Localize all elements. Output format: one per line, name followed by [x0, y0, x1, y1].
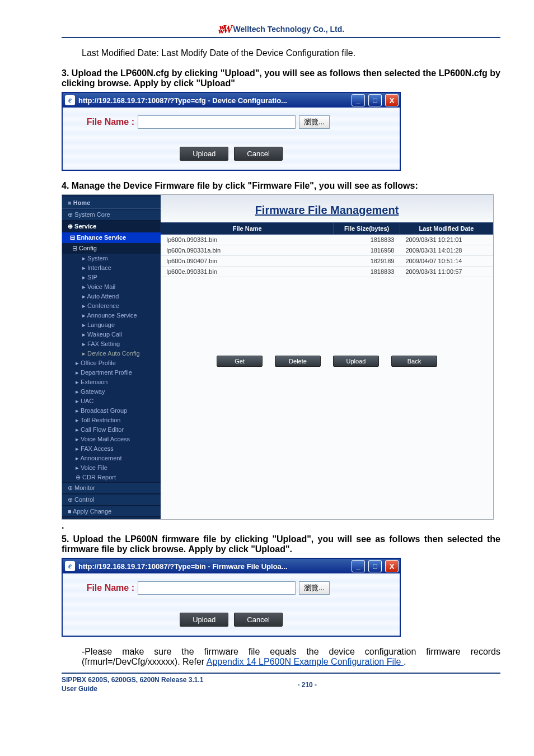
- sidebar-control[interactable]: Control: [62, 494, 161, 506]
- sidebar-item[interactable]: ▸ Announce Service: [62, 311, 161, 320]
- sidebar-item[interactable]: ▸ Wakeup Call: [62, 330, 161, 339]
- sidebar: Home System Core Service ⊟ Enhance Servi…: [62, 195, 161, 519]
- cell-file-name: lp600n.090407.bin: [161, 256, 334, 267]
- back-button[interactable]: Back: [391, 356, 437, 367]
- cell-file-size: 1829189: [334, 256, 400, 267]
- sidebar-item[interactable]: ▸ System: [62, 254, 161, 263]
- sidebar-item[interactable]: ▸ FAX Access: [62, 444, 161, 454]
- sidebar-monitor[interactable]: Monitor: [62, 482, 161, 494]
- browse-button[interactable]: 瀏覽...: [299, 581, 330, 595]
- sidebar-system-core[interactable]: System Core: [62, 209, 161, 221]
- table-row[interactable]: lp600n.090407.bin18291892009/04/07 10:51…: [161, 256, 493, 267]
- last-modified-text: Last Modified Date: Last Modify Date of …: [82, 48, 500, 58]
- footer-line1: SIPPBX 6200S, 6200GS, 6200N Release 3.1.…: [62, 676, 204, 685]
- cell-file-name: lp600n.090331.bin: [161, 235, 334, 245]
- sidebar-item[interactable]: ▸ Conference: [62, 301, 161, 311]
- sidebar-home[interactable]: Home: [62, 197, 161, 209]
- upload-button[interactable]: Upload: [180, 613, 228, 627]
- step-5-text: 5. Upload the LP600N firmware file by cl…: [62, 534, 500, 554]
- firmware-note: -Please make sure the firmware file equa…: [82, 647, 500, 667]
- company-name: Welltech Technology Co., Ltd.: [233, 25, 345, 34]
- minimize-button[interactable]: _: [352, 560, 365, 572]
- get-button[interactable]: Get: [217, 356, 263, 367]
- step-4-text: 4. Manage the Device Firmware file by cl…: [62, 181, 500, 191]
- cell-date: 2009/03/31 11:00:57: [400, 267, 493, 277]
- cell-file-size: 1818833: [334, 235, 400, 245]
- upload-button[interactable]: Upload: [333, 356, 379, 367]
- close-button[interactable]: X: [385, 94, 399, 106]
- cell-file-size: 1816958: [334, 245, 400, 256]
- minimize-button[interactable]: _: [352, 94, 365, 106]
- dialog-title: http://192.168.19.17:10087/?Type=cfg - D…: [78, 96, 348, 105]
- close-button[interactable]: X: [385, 560, 399, 572]
- cell-date: 2009/03/31 10:21:01: [400, 235, 493, 245]
- page-footer: SIPPBX 6200S, 6200GS, 6200N Release 3.1.…: [62, 673, 500, 693]
- cancel-button[interactable]: Cancel: [234, 147, 282, 161]
- appendix-link[interactable]: Appendix 14 LP600N Example Configuration…: [207, 657, 404, 666]
- browse-button[interactable]: 瀏覽...: [299, 115, 330, 129]
- sidebar-enhance-service[interactable]: ⊟ Enhance Service: [62, 232, 161, 243]
- file-name-input[interactable]: [138, 115, 296, 129]
- sidebar-item[interactable]: ▸ SIP: [62, 273, 161, 282]
- sidebar-item[interactable]: ▸ Device Auto Config: [62, 349, 161, 358]
- note-suffix: .: [404, 657, 406, 666]
- sidebar-item[interactable]: ▸ Call Flow Editor: [62, 425, 161, 435]
- sidebar-service[interactable]: Service: [62, 221, 161, 232]
- sidebar-item[interactable]: ▸ Announcement: [62, 454, 161, 463]
- table-row[interactable]: lp600n.090331.bin18188332009/03/31 10:21…: [161, 235, 493, 245]
- firmware-page-title: Firmware File Management: [161, 195, 493, 222]
- sidebar-item[interactable]: ▸ Interface: [62, 263, 161, 273]
- footer-page-number: - 210 -: [297, 681, 317, 689]
- sidebar-apply-change[interactable]: Apply Change: [62, 506, 161, 517]
- dialog-title: http://192.168.19.17:10087/?Type=bin - F…: [78, 562, 348, 571]
- firmware-management-screenshot: Home System Core Service ⊟ Enhance Servi…: [62, 194, 494, 520]
- sidebar-item[interactable]: ▸ UAC: [62, 396, 161, 406]
- cell-file-name: lp600e.090331.bin: [161, 267, 334, 277]
- ie-icon: e: [65, 95, 75, 105]
- file-name-label: File Name :: [73, 117, 134, 127]
- cancel-button[interactable]: Cancel: [234, 613, 282, 627]
- logo: ʬW Welltech Technology Co., Ltd.: [218, 22, 344, 36]
- sidebar-item[interactable]: ▸ Auto Attend: [62, 292, 161, 301]
- delete-button[interactable]: Delete: [275, 356, 321, 367]
- sidebar-item[interactable]: ▸ Extension: [62, 377, 161, 387]
- dot: .: [62, 521, 500, 531]
- sidebar-cdr[interactable]: ⊕ CDR Report: [62, 473, 161, 482]
- sidebar-item[interactable]: ▸ Voice File: [62, 463, 161, 473]
- maximize-button[interactable]: □: [368, 94, 382, 106]
- sidebar-item[interactable]: ▸ Voice Mail Access: [62, 435, 161, 444]
- sidebar-item[interactable]: ▸ Gateway: [62, 387, 161, 396]
- cell-date: 2009/03/31 14:01:28: [400, 245, 493, 256]
- firmware-table: File Name File Size(bytes) Last Modified…: [161, 222, 493, 277]
- table-row[interactable]: lp600n.090331a.bin18169582009/03/31 14:0…: [161, 245, 493, 256]
- sidebar-item[interactable]: ▸ Department Profile: [62, 368, 161, 377]
- step-3-text: 3. Upload the LP600N.cfg by clicking "Up…: [62, 68, 500, 88]
- cell-file-size: 1818833: [334, 267, 400, 277]
- cell-date: 2009/04/07 10:51:14: [400, 256, 493, 267]
- footer-line2: User Guide: [62, 685, 204, 694]
- cell-file-name: lp600n.090331a.bin: [161, 245, 334, 256]
- logo-icon: ʬW: [218, 22, 231, 36]
- upload-button[interactable]: Upload: [180, 147, 228, 161]
- sidebar-item[interactable]: ▸ Language: [62, 320, 161, 330]
- maximize-button[interactable]: □: [368, 560, 382, 572]
- file-name-label: File Name :: [73, 583, 134, 593]
- col-last-modified: Last Modified Date: [400, 223, 493, 235]
- dialog-titlebar: e http://192.168.19.17:10087/?Type=bin -…: [63, 559, 400, 573]
- dialog-titlebar: e http://192.168.19.17:10087/?Type=cfg -…: [63, 93, 400, 108]
- page-header: ʬW Welltech Technology Co., Ltd.: [62, 22, 500, 38]
- sidebar-item[interactable]: ▸ Voice Mail: [62, 282, 161, 292]
- sidebar-config[interactable]: Config: [62, 243, 161, 254]
- upload-bin-dialog: e http://192.168.19.17:10087/?Type=bin -…: [62, 558, 401, 637]
- table-row[interactable]: lp600e.090331.bin18188332009/03/31 11:00…: [161, 267, 493, 277]
- sidebar-item[interactable]: ▸ Broadcast Group: [62, 406, 161, 416]
- col-file-size: File Size(bytes): [334, 223, 400, 235]
- file-name-input[interactable]: [138, 581, 296, 595]
- sidebar-item[interactable]: ▸ Toll Restriction: [62, 416, 161, 425]
- col-file-name: File Name: [161, 223, 334, 235]
- upload-cfg-dialog: e http://192.168.19.17:10087/?Type=cfg -…: [62, 92, 401, 171]
- ie-icon: e: [65, 561, 75, 571]
- sidebar-item[interactable]: ▸ FAX Setting: [62, 339, 161, 349]
- sidebar-item[interactable]: ▸ Office Profile: [62, 358, 161, 368]
